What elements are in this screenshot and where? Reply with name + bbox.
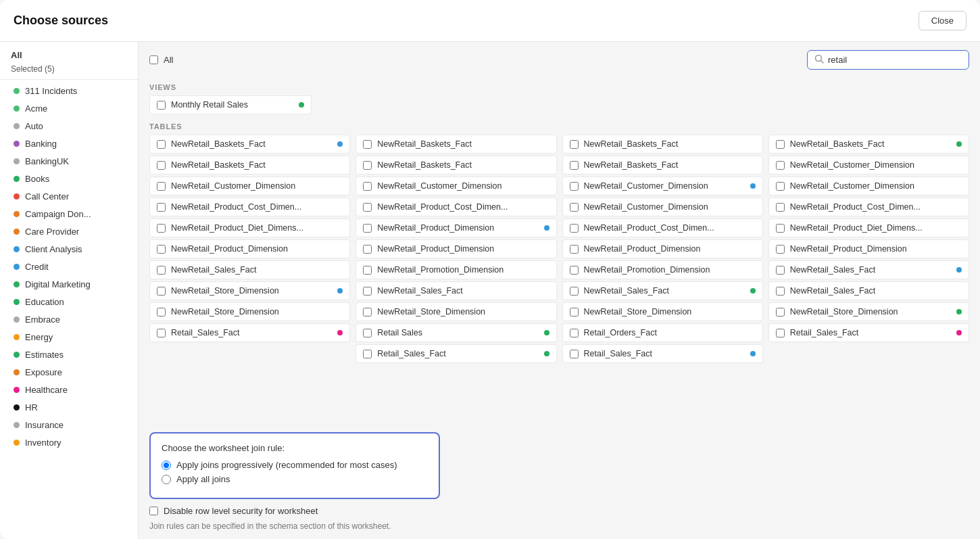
table-item-label: NewRetail_Customer_Dimension	[584, 202, 756, 212]
table-item-checkbox[interactable]	[157, 308, 166, 317]
sidebar-item-label: Books	[25, 174, 49, 184]
table-item-checkbox[interactable]	[363, 224, 372, 233]
table-item-checkbox[interactable]	[776, 182, 785, 191]
table-item-checkbox[interactable]	[570, 203, 579, 212]
table-item-checkbox[interactable]	[363, 182, 372, 191]
table-item-checkbox[interactable]	[157, 266, 166, 275]
table-item-checkbox[interactable]	[570, 329, 579, 337]
table-item-checkbox[interactable]	[157, 287, 166, 296]
close-button[interactable]: Close	[918, 11, 966, 30]
sidebar-item-client-analysis[interactable]: Client Analysis	[3, 241, 135, 258]
table-item-checkbox[interactable]	[363, 287, 372, 296]
table-item-dot	[750, 288, 756, 294]
sidebar-item-energy[interactable]: Energy	[3, 329, 135, 346]
table-item-checkbox[interactable]	[776, 245, 785, 254]
table-item-dot	[956, 141, 962, 147]
sidebar-item-insurance[interactable]: Insurance	[3, 417, 135, 433]
table-item-checkbox[interactable]	[570, 140, 579, 149]
sidebar-item-auto[interactable]: Auto	[3, 118, 135, 135]
sidebar-item-digital-marketing[interactable]: Digital Marketing	[3, 276, 135, 293]
table-item-checkbox[interactable]	[363, 266, 372, 275]
table-item-checkbox[interactable]	[570, 266, 579, 275]
table-item-checkbox[interactable]	[570, 245, 579, 254]
sidebar-item-banking[interactable]: Banking	[3, 135, 135, 152]
table-item-checkbox[interactable]	[157, 224, 166, 233]
sidebar-item-books[interactable]: Books	[3, 170, 135, 187]
table-item-checkbox[interactable]	[570, 350, 579, 358]
sidebar-item-hr[interactable]: HR	[3, 399, 135, 416]
sidebar-item-311-incidents[interactable]: 311 Incidents	[3, 83, 135, 99]
security-checkbox[interactable]	[149, 507, 158, 515]
table-row: NewRetail_Sales_Fact	[149, 260, 350, 279]
table-item-checkbox[interactable]	[363, 308, 372, 317]
table-row: NewRetail_Customer_Dimension	[768, 177, 969, 195]
table-item-checkbox[interactable]	[570, 182, 579, 191]
radio-option-progressive: Apply joins progressively (recommended f…	[162, 460, 428, 470]
sidebar-item-campaign-don...[interactable]: Campaign Don...	[3, 206, 135, 222]
sidebar-dot	[14, 369, 20, 375]
search-input[interactable]	[828, 55, 950, 65]
sidebar-item-care-provider[interactable]: Care Provider	[3, 223, 135, 240]
table-item-label: NewRetail_Product_Cost_Dimen...	[584, 223, 756, 233]
table-item-checkbox[interactable]	[570, 287, 579, 296]
sidebar-item-bankinguk[interactable]: BankingUK	[3, 153, 135, 170]
table-item-label: NewRetail_Baskets_Fact	[377, 139, 549, 149]
sidebar-item-estimates[interactable]: Estimates	[3, 346, 135, 363]
table-item-dot	[956, 309, 962, 314]
view-checkbox-monthly-retail-sales[interactable]	[157, 101, 166, 110]
sidebar-item-credit[interactable]: Credit	[3, 258, 135, 275]
sidebar-item-embrace[interactable]: Embrace	[3, 311, 135, 328]
choose-sources-dialog: Choose sources Close All Selected (5) 31…	[0, 0, 980, 539]
table-item-checkbox[interactable]	[776, 266, 785, 275]
table-item-checkbox[interactable]	[776, 287, 785, 296]
table-item-checkbox[interactable]	[363, 203, 372, 212]
table-row: NewRetail_Sales_Fact	[768, 260, 969, 279]
radio-all-label: Apply all joins	[176, 474, 230, 484]
table-row: NewRetail_Product_Dimension	[562, 239, 763, 258]
sidebar-item-healthcare[interactable]: Healthcare	[3, 381, 135, 398]
sidebar-item-label: Campaign Don...	[25, 209, 91, 219]
table-item-checkbox[interactable]	[157, 161, 166, 170]
sidebar-item-inventory[interactable]: Inventory	[3, 434, 135, 451]
sidebar-item-label: Insurance	[25, 420, 64, 430]
sidebar-dot	[14, 299, 20, 305]
sidebar-item-exposure[interactable]: Exposure	[3, 364, 135, 381]
table-item-checkbox[interactable]	[776, 329, 785, 337]
sidebar-item-education[interactable]: Education	[3, 294, 135, 310]
table-item-checkbox[interactable]	[776, 308, 785, 317]
table-item-checkbox[interactable]	[363, 161, 372, 170]
table-row: NewRetail_Product_Dimension	[768, 239, 969, 258]
radio-progressive[interactable]	[162, 461, 171, 470]
sidebar-dot	[14, 106, 20, 112]
table-item-checkbox[interactable]	[157, 203, 166, 212]
sidebar-all-label[interactable]: All	[0, 42, 138, 63]
table-item-checkbox[interactable]	[363, 245, 372, 254]
sidebar-divider	[0, 79, 138, 80]
table-item-checkbox[interactable]	[363, 329, 372, 337]
table-item-checkbox[interactable]	[776, 224, 785, 233]
table-item-checkbox[interactable]	[363, 350, 372, 358]
table-item-label: NewRetail_Product_Dimension	[584, 244, 756, 254]
table-item-checkbox[interactable]	[157, 245, 166, 254]
table-item-checkbox[interactable]	[776, 161, 785, 170]
table-item-checkbox[interactable]	[157, 329, 166, 337]
table-item-checkbox[interactable]	[363, 140, 372, 149]
sidebar-dot	[14, 193, 20, 200]
radio-all[interactable]	[162, 475, 171, 484]
sidebar-dot	[14, 88, 20, 94]
table-item-checkbox[interactable]	[157, 140, 166, 149]
table-item-checkbox[interactable]	[570, 224, 579, 233]
table-row: NewRetail_Store_Dimension	[768, 302, 969, 321]
sidebar-item-label: Inventory	[25, 438, 61, 448]
table-item-checkbox[interactable]	[570, 308, 579, 317]
all-checkbox[interactable]	[149, 55, 158, 64]
sidebar-item-call-center[interactable]: Call Center	[3, 188, 135, 205]
table-item-checkbox[interactable]	[570, 161, 579, 170]
sidebar-item-acme[interactable]: Acme	[3, 100, 135, 117]
table-column-1: NewRetail_Baskets_FactNewRetail_Baskets_…	[356, 135, 556, 365]
all-label: All	[164, 55, 173, 65]
table-item-checkbox[interactable]	[776, 140, 785, 149]
table-item-checkbox[interactable]	[157, 182, 166, 191]
table-item-checkbox[interactable]	[776, 203, 785, 212]
table-row: Retail_Sales_Fact	[149, 323, 350, 342]
